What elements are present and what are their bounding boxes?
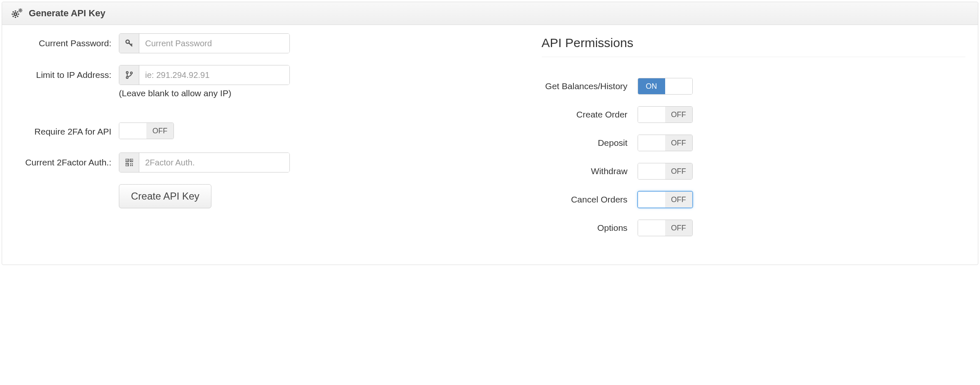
permissions-list: Get Balances/HistoryONCreate OrderOFFDep… <box>542 78 965 236</box>
permission-label: Options <box>542 223 638 233</box>
permission-label: Withdraw <box>542 166 638 176</box>
svg-rect-32 <box>130 165 131 166</box>
toggle-off-label: OFF <box>665 220 692 236</box>
ip-row: Limit to IP Address: <box>15 65 517 85</box>
require-2fa-toggle[interactable]: OFF <box>119 122 174 139</box>
twofactor-input[interactable] <box>139 153 289 172</box>
toggle-empty-half <box>638 192 665 208</box>
permission-label: Cancel Orders <box>542 195 638 205</box>
toggle-on-label: ON <box>638 78 665 94</box>
create-api-key-button[interactable]: Create API Key <box>119 184 211 208</box>
svg-line-14 <box>19 9 19 9</box>
panel-title: Generate API Key <box>29 8 106 19</box>
svg-line-5 <box>13 12 14 12</box>
require-2fa-label: Require 2FA for API <box>15 127 119 137</box>
permission-row: WithdrawOFF <box>542 163 965 180</box>
ip-input[interactable] <box>139 65 289 85</box>
permission-label: Get Balances/History <box>542 81 638 91</box>
password-row: Current Password: <box>15 33 517 53</box>
password-label: Current Password: <box>15 38 119 48</box>
svg-line-8 <box>17 12 18 12</box>
ip-label: Limit to IP Address: <box>15 70 119 80</box>
toggle-off-label: OFF <box>146 123 173 139</box>
twofactor-row: Current 2Factor Auth.: <box>15 152 517 172</box>
svg-line-6 <box>17 16 18 17</box>
svg-rect-33 <box>132 165 133 166</box>
panel-header: Generate API Key <box>2 2 978 25</box>
svg-line-15 <box>21 11 22 12</box>
key-icon <box>119 34 139 53</box>
permission-toggle[interactable]: ON <box>638 78 693 95</box>
toggle-off-label: OFF <box>665 192 692 208</box>
permission-row: Create OrderOFF <box>542 106 965 123</box>
permission-row: DepositOFF <box>542 135 965 151</box>
permission-row: Get Balances/HistoryON <box>542 78 965 95</box>
svg-point-23 <box>130 72 132 74</box>
toggle-off-label: OFF <box>665 107 692 122</box>
permission-row: OptionsOFF <box>542 220 965 236</box>
generate-api-key-panel: Generate API Key Current Password: <box>2 2 978 265</box>
svg-point-9 <box>20 10 21 11</box>
permission-toggle[interactable]: OFF <box>638 106 693 123</box>
svg-point-21 <box>126 72 128 73</box>
toggle-empty-half <box>638 163 665 179</box>
submit-row: Create API Key <box>15 184 517 208</box>
twofactor-input-group <box>119 152 290 172</box>
toggle-empty-half <box>665 78 692 94</box>
svg-line-7 <box>13 16 14 17</box>
permissions-title: API Permissions <box>542 36 965 57</box>
panel-body: Current Password: <box>2 25 978 265</box>
gears-icon <box>11 8 23 18</box>
permission-toggle[interactable]: OFF <box>638 191 693 208</box>
twofactor-label: Current 2Factor Auth.: <box>15 158 119 168</box>
require-2fa-row: Require 2FA for API OFF <box>15 122 517 141</box>
toggle-empty-half <box>638 220 665 236</box>
ip-hint: (Leave blank to allow any IP) <box>119 88 290 98</box>
svg-point-22 <box>126 77 128 78</box>
permission-toggle[interactable]: OFF <box>638 135 693 151</box>
svg-rect-29 <box>126 164 127 165</box>
password-input-group <box>119 33 290 53</box>
svg-point-0 <box>14 13 17 15</box>
svg-line-17 <box>21 9 22 9</box>
toggle-empty-half <box>638 135 665 151</box>
api-key-form: Current Password: <box>2 33 529 248</box>
ip-hint-row: (Leave blank to allow any IP) <box>15 88 517 111</box>
svg-rect-25 <box>126 160 127 160</box>
toggle-off-label: OFF <box>665 135 692 151</box>
permission-label: Create Order <box>542 110 638 120</box>
ip-input-group <box>119 65 290 85</box>
svg-rect-31 <box>132 163 133 165</box>
permission-toggle[interactable]: OFF <box>638 220 693 236</box>
permission-row: Cancel OrdersOFF <box>542 191 965 208</box>
branch-icon <box>119 65 139 85</box>
svg-line-16 <box>19 11 19 12</box>
svg-point-18 <box>126 40 129 43</box>
permission-toggle[interactable]: OFF <box>638 163 693 180</box>
permission-label: Deposit <box>542 138 638 148</box>
qrcode-icon <box>119 153 139 172</box>
api-permissions-section: API Permissions Get Balances/HistoryONCr… <box>529 33 978 248</box>
svg-line-20 <box>131 44 132 45</box>
password-input[interactable] <box>139 34 289 53</box>
svg-rect-27 <box>131 160 132 160</box>
svg-rect-30 <box>130 163 131 165</box>
toggle-off-label: OFF <box>665 163 692 179</box>
toggle-empty-half <box>638 107 665 122</box>
toggle-empty-half <box>119 123 146 139</box>
